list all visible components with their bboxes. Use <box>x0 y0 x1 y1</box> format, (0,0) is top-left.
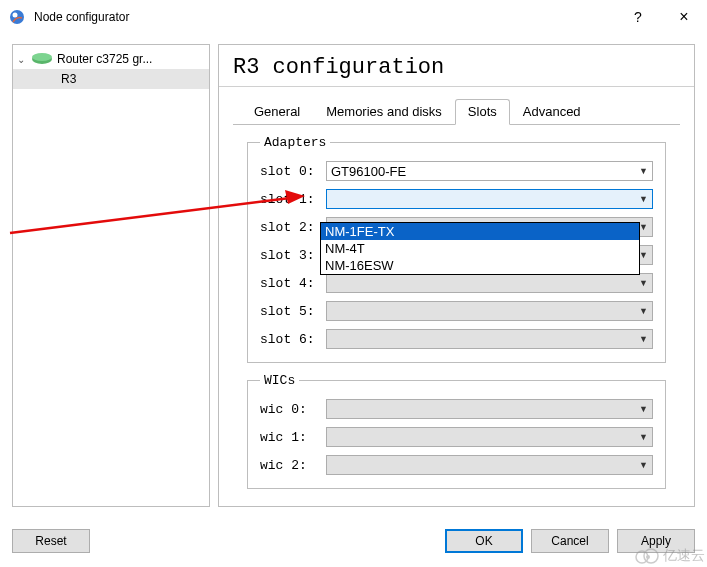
help-button[interactable]: ? <box>615 2 661 32</box>
svg-point-0 <box>10 10 24 24</box>
slot-5-row: slot 5: ▼ <box>260 300 653 322</box>
slot-6-label: slot 6: <box>260 332 326 347</box>
wic-0-row: wic 0: ▼ <box>260 398 653 420</box>
reset-button[interactable]: Reset <box>12 529 90 553</box>
slot-0-label: slot 0: <box>260 164 326 179</box>
tree-item-router-group[interactable]: ⌄ Router c3725 gr... <box>13 49 209 69</box>
slot-3-label: slot 3: <box>260 248 326 263</box>
wic-2-label: wic 2: <box>260 458 326 473</box>
wic-1-label: wic 1: <box>260 430 326 445</box>
title-bar: Node configurator ? × <box>0 0 707 34</box>
svg-point-1 <box>13 12 18 17</box>
slot-1-dropdown[interactable]: ▼ <box>326 189 653 209</box>
svg-point-8 <box>646 555 650 559</box>
chevron-down-icon: ▼ <box>639 222 648 232</box>
wics-fieldset: WICs wic 0: ▼ wic 1: ▼ wic 2: ▼ <box>247 373 666 489</box>
slot-4-row: slot 4: ▼ <box>260 272 653 294</box>
tab-body: Adapters slot 0: GT96100-FE ▼ slot 1: ▼ <box>233 124 680 509</box>
slot-1-dropdown-list[interactable]: NM-1FE-TX NM-4T NM-16ESW <box>320 222 640 275</box>
wic-1-dropdown[interactable]: ▼ <box>326 427 653 447</box>
tree-collapse-icon[interactable]: ⌄ <box>17 54 29 65</box>
dropdown-option-nm-4t[interactable]: NM-4T <box>321 240 639 257</box>
chevron-down-icon: ▼ <box>639 250 648 260</box>
chevron-down-icon: ▼ <box>639 306 648 316</box>
slot-0-value: GT96100-FE <box>331 164 406 179</box>
chevron-down-icon: ▼ <box>639 404 648 414</box>
chevron-down-icon: ▼ <box>639 460 648 470</box>
router-icon <box>31 52 53 66</box>
chevron-down-icon: ▼ <box>639 278 648 288</box>
slot-5-dropdown[interactable]: ▼ <box>326 301 653 321</box>
slot-5-label: slot 5: <box>260 304 326 319</box>
dropdown-option-nm-1fe-tx[interactable]: NM-1FE-TX <box>321 223 639 240</box>
footer: Reset OK Cancel Apply <box>0 527 707 555</box>
window-title: Node configurator <box>34 10 615 24</box>
slot-4-dropdown[interactable]: ▼ <box>326 273 653 293</box>
tree-item-label: Router c3725 gr... <box>57 52 152 66</box>
wic-1-row: wic 1: ▼ <box>260 426 653 448</box>
config-panel: R3 configuration General Memories and di… <box>218 44 695 507</box>
slot-4-label: slot 4: <box>260 276 326 291</box>
ok-button[interactable]: OK <box>445 529 523 553</box>
slot-1-label: slot 1: <box>260 192 326 207</box>
chevron-down-icon: ▼ <box>639 432 648 442</box>
chevron-down-icon: ▼ <box>639 166 648 176</box>
tab-memories[interactable]: Memories and disks <box>313 99 455 125</box>
wic-2-dropdown[interactable]: ▼ <box>326 455 653 475</box>
slot-0-row: slot 0: GT96100-FE ▼ <box>260 160 653 182</box>
wics-legend: WICs <box>260 373 299 388</box>
cancel-button[interactable]: Cancel <box>531 529 609 553</box>
chevron-down-icon: ▼ <box>639 194 648 204</box>
app-icon <box>8 8 26 26</box>
slot-2-label: slot 2: <box>260 220 326 235</box>
tab-slots[interactable]: Slots <box>455 99 510 125</box>
slot-0-dropdown[interactable]: GT96100-FE ▼ <box>326 161 653 181</box>
tree-item-label: R3 <box>61 72 76 86</box>
svg-point-3 <box>32 53 52 61</box>
tab-row: General Memories and disks Slots Advance… <box>219 87 694 124</box>
panel-title: R3 configuration <box>219 45 694 87</box>
wic-2-row: wic 2: ▼ <box>260 454 653 476</box>
tab-general[interactable]: General <box>241 99 313 125</box>
close-button[interactable]: × <box>661 2 707 32</box>
tab-advanced[interactable]: Advanced <box>510 99 594 125</box>
apply-button[interactable]: Apply <box>617 529 695 553</box>
tree-item-r3[interactable]: R3 <box>13 69 209 89</box>
dropdown-option-nm-16esw[interactable]: NM-16ESW <box>321 257 639 274</box>
wic-0-dropdown[interactable]: ▼ <box>326 399 653 419</box>
wic-0-label: wic 0: <box>260 402 326 417</box>
slot-1-row: slot 1: ▼ <box>260 188 653 210</box>
slot-6-row: slot 6: ▼ <box>260 328 653 350</box>
tree-panel: ⌄ Router c3725 gr... R3 <box>12 44 210 507</box>
adapters-legend: Adapters <box>260 135 330 150</box>
chevron-down-icon: ▼ <box>639 334 648 344</box>
slot-6-dropdown[interactable]: ▼ <box>326 329 653 349</box>
